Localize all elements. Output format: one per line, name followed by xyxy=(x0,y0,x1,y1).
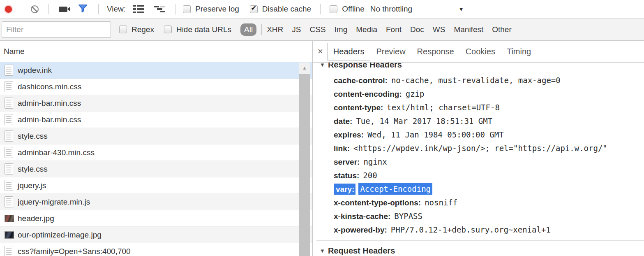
table-row[interactable]: dashicons.min.css xyxy=(0,79,312,95)
header-line: status:200 xyxy=(334,169,644,182)
image-thumbnail-icon xyxy=(5,231,14,239)
section-title: Request Headers xyxy=(328,246,395,256)
headers-content: ▼ Response Headers cache-control:no-cach… xyxy=(313,63,644,256)
header-key: vary: xyxy=(334,184,355,195)
filter-type-img[interactable]: Img xyxy=(335,25,348,34)
request-rows: wpdev.ink dashicons.min.css admin-bar.mi… xyxy=(0,62,312,256)
image-thumbnail-icon xyxy=(5,215,14,222)
header-key: x-kinsta-cache: xyxy=(334,212,390,221)
document-icon xyxy=(5,246,13,256)
toolbar-divider xyxy=(48,4,49,14)
close-icon[interactable]: × xyxy=(318,47,323,56)
request-name: admin-bar.min.css xyxy=(18,115,81,124)
filter-type-other[interactable]: Other xyxy=(492,25,512,34)
overview-toggle-icon[interactable] xyxy=(154,5,166,13)
scrollbar-thumb[interactable] xyxy=(299,74,310,256)
table-row[interactable]: our-optimized-image.jpg xyxy=(0,227,312,243)
details-tabbar: × Headers Preview Response Cookies Timin… xyxy=(313,41,644,63)
filter-type-css[interactable]: CSS xyxy=(309,25,325,34)
table-row[interactable]: admin-bar.min.css xyxy=(0,112,312,128)
request-name: adminbar-430.min.css xyxy=(18,148,95,157)
hide-data-urls-checkbox[interactable]: Hide data URLs xyxy=(164,25,231,34)
table-row[interactable]: style.css xyxy=(0,161,312,177)
header-line: content-encoding:gzip xyxy=(334,87,644,101)
tab-headers[interactable]: Headers xyxy=(327,43,371,61)
header-value: Wed, 11 Jan 1984 05:00:00 GMT xyxy=(367,130,504,139)
tab-timing[interactable]: Timing xyxy=(501,43,537,60)
table-row[interactable]: jquery-migrate.min.js xyxy=(0,194,312,210)
header-key: link: xyxy=(334,144,350,153)
document-icon xyxy=(5,163,13,175)
throttling-select[interactable]: No throttling xyxy=(370,5,412,14)
scroll-up-icon[interactable]: ▲ xyxy=(299,63,310,73)
large-rows-toggle-icon[interactable] xyxy=(133,5,144,13)
request-list-panel: Name wpdev.ink dashicons.min.css admin-b… xyxy=(0,41,313,256)
request-headers-section-header[interactable]: ▼ Request Headers xyxy=(320,246,644,256)
regex-checkbox[interactable]: Regex xyxy=(119,25,154,34)
header-line: expires:Wed, 11 Jan 1984 05:00:00 GMT xyxy=(334,128,644,142)
checkbox-checked-icon[interactable]: ✔ xyxy=(250,5,258,13)
screenshot-camera-icon[interactable] xyxy=(59,7,67,12)
table-row[interactable]: css?family=Open+Sans:400,700 xyxy=(0,243,312,256)
offline-label: Offline xyxy=(342,5,365,14)
header-line: link:<https://wpdev.ink/wp-json/>; rel="… xyxy=(334,142,644,155)
filter-input[interactable] xyxy=(2,21,111,38)
filter-type-doc[interactable]: Doc xyxy=(410,25,424,34)
checkbox-unchecked-icon[interactable] xyxy=(330,5,337,13)
tab-cookies[interactable]: Cookies xyxy=(460,43,501,60)
regex-label: Regex xyxy=(132,25,154,34)
checkbox-unchecked-icon[interactable] xyxy=(164,26,172,33)
document-icon xyxy=(5,180,13,191)
filter-type-font[interactable]: Font xyxy=(386,25,402,34)
record-icon[interactable] xyxy=(5,6,12,13)
filter-type-js[interactable]: JS xyxy=(292,25,301,34)
document-icon xyxy=(5,130,13,142)
request-name: wpdev.ink xyxy=(18,66,52,75)
table-row[interactable]: adminbar-430.min.css xyxy=(0,144,312,161)
table-row[interactable]: header.jpg xyxy=(0,210,312,227)
request-details-panel: × Headers Preview Response Cookies Timin… xyxy=(313,41,644,256)
header-key: content-encoding: xyxy=(334,90,402,98)
filter-type-all[interactable]: All xyxy=(240,23,256,36)
disclosure-triangle-icon: ▼ xyxy=(320,248,325,254)
header-line-highlighted: vary:Accept-Encoding xyxy=(334,182,644,196)
response-headers-section-header[interactable]: ▼ Response Headers xyxy=(320,63,644,70)
header-value: BYPASS xyxy=(394,212,422,221)
checkbox-unchecked-icon[interactable] xyxy=(119,26,127,33)
header-value: no-cache, must-revalidate, max-age=0 xyxy=(391,76,561,85)
header-value: gzip xyxy=(406,89,425,98)
request-name: header.jpg xyxy=(18,214,54,223)
filter-type-manifest[interactable]: Manifest xyxy=(454,25,483,34)
clear-icon[interactable] xyxy=(31,5,39,13)
scrollbar[interactable]: ▲ xyxy=(299,63,310,256)
filter-type-xhr[interactable]: XHR xyxy=(267,25,283,34)
network-toolbar: View: Preserve log ✔ Disable cache Offli… xyxy=(0,0,644,19)
chevron-down-icon[interactable]: ▼ xyxy=(458,6,464,12)
disable-cache-checkbox[interactable]: ✔ Disable cache xyxy=(250,5,311,14)
document-icon xyxy=(5,147,13,158)
table-row[interactable]: admin-bar.min.css xyxy=(0,95,312,112)
filter-type-media[interactable]: Media xyxy=(356,25,377,34)
table-row[interactable]: style.css xyxy=(0,128,312,144)
request-name: dashicons.min.css xyxy=(18,82,81,91)
tab-preview[interactable]: Preview xyxy=(370,43,411,60)
header-key: server: xyxy=(334,158,360,166)
preserve-log-checkbox[interactable]: Preserve log xyxy=(183,5,239,14)
header-line: x-content-type-options:nosniff xyxy=(334,196,644,209)
network-main: Name wpdev.ink dashicons.min.css admin-b… xyxy=(0,41,644,256)
filter-type-ws[interactable]: WS xyxy=(433,25,445,34)
table-row[interactable]: wpdev.ink xyxy=(0,62,312,79)
response-headers-list: cache-control:no-cache, must-revalidate,… xyxy=(334,74,644,237)
header-line: cache-control:no-cache, must-revalidate,… xyxy=(334,74,644,87)
request-name: style.css xyxy=(18,165,48,174)
request-name: jquery-migrate.min.js xyxy=(18,198,90,207)
filter-funnel-icon[interactable] xyxy=(78,4,88,15)
header-line: content-type:text/html; charset=UTF-8 xyxy=(334,101,644,114)
offline-checkbox[interactable]: Offline xyxy=(330,5,365,14)
tab-response[interactable]: Response xyxy=(411,43,460,60)
toolbar-divider xyxy=(98,4,99,14)
header-value: text/html; charset=UTF-8 xyxy=(387,103,500,112)
table-row[interactable]: jquery.js xyxy=(0,177,312,194)
name-column-header[interactable]: Name xyxy=(0,41,312,62)
checkbox-unchecked-icon[interactable] xyxy=(183,5,191,13)
